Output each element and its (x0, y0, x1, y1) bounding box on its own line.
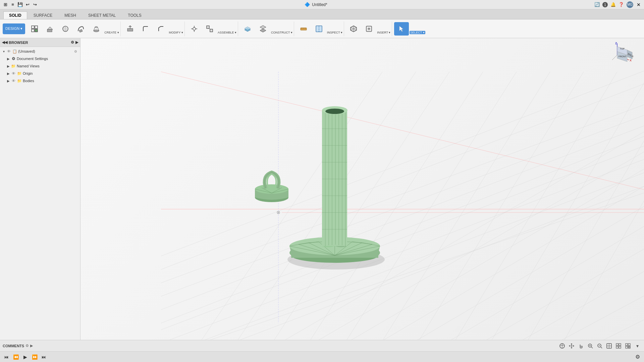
comments-label: COMMENTS (3, 344, 24, 348)
tree-label-origin: Origin (23, 71, 79, 75)
tree-label-doc-settings: Document Settings (17, 57, 79, 61)
tree-item-bodies[interactable]: ▶ 👁 📁 Bodies (0, 77, 80, 84)
chamfer-icon (157, 25, 165, 33)
tree-icon-eye-bodies[interactable]: 👁 (11, 78, 16, 83)
tree-item-doc-settings[interactable]: ▶ ⚙ Document Settings (0, 55, 80, 62)
close-window-icon[interactable]: ✕ (636, 2, 641, 7)
more-options-btn[interactable]: ▾ (633, 342, 641, 350)
tree-toggle-bodies[interactable]: ▶ (6, 78, 11, 83)
save-icon[interactable]: 💾 (17, 2, 23, 7)
tree-icon-eye-origin[interactable]: 👁 (11, 71, 16, 76)
tab-sheet-metal[interactable]: SHEET METAL (83, 11, 121, 19)
go-to-end-btn[interactable]: ⏭ (40, 353, 48, 361)
svg-line-138 (591, 347, 593, 348)
refresh-icon[interactable]: 🔄 (594, 2, 600, 7)
tree-toggle-named-views[interactable]: ▶ (6, 64, 11, 68)
grid-btn[interactable] (614, 342, 623, 350)
browser-settings-icon[interactable]: ⚙ (71, 40, 74, 45)
tab-bar: SOLID SURFACE MESH SHEET METAL TOOLS (0, 9, 644, 19)
construct-label[interactable]: CONSTRUCT ▾ (271, 31, 292, 34)
pan-btn[interactable] (568, 342, 576, 350)
svg-rect-0 (32, 26, 34, 28)
tree-icon-settings-root[interactable]: ⚙ (73, 49, 78, 54)
zoom-fit-btn[interactable] (586, 342, 594, 350)
measure-icon (300, 25, 307, 33)
inspect-label[interactable]: INSPECT ▾ (327, 31, 342, 34)
more-btn[interactable] (624, 342, 632, 350)
tree-toggle-root[interactable]: ▾ (1, 49, 6, 54)
user-avatar[interactable]: MG (627, 1, 633, 8)
previous-btn[interactable]: ⏪ (12, 353, 19, 361)
section-analysis-btn[interactable] (312, 22, 326, 36)
tab-tools[interactable]: TOOLS (122, 11, 147, 19)
comments-settings-icon[interactable]: ⚙ (25, 344, 29, 348)
sweep-btn[interactable] (73, 22, 88, 36)
tab-mesh[interactable]: MESH (59, 11, 82, 19)
svg-line-67 (161, 72, 382, 340)
select-label[interactable]: SELECT ▾ (410, 31, 425, 34)
press-pull-btn[interactable] (123, 22, 138, 36)
svg-point-82 (291, 248, 378, 263)
svg-line-93 (289, 243, 309, 246)
zoom-btn[interactable] (596, 342, 604, 350)
chamfer-btn[interactable] (154, 22, 168, 36)
comments-expand-icon[interactable]: ▶ (30, 344, 33, 348)
display-mode-btn[interactable] (605, 342, 613, 350)
tree-icon-eye-root[interactable]: 👁 (6, 49, 11, 54)
svg-line-119 (262, 188, 272, 193)
go-to-start-btn[interactable]: ⏮ (3, 353, 10, 361)
play-btn[interactable]: ▶ (21, 353, 29, 361)
svg-line-94 (309, 241, 335, 243)
offset-plane-btn[interactable] (240, 22, 255, 36)
design-dropdown-button[interactable]: DESIGN ▾ (3, 23, 25, 34)
viewcube[interactable]: Z X TOP FRONT BACK (610, 42, 637, 68)
tree-item-named-views[interactable]: ▶ 📁 Named Views (0, 62, 80, 70)
timeline-settings-btn[interactable]: ⚙ (634, 353, 641, 361)
orbit-btn[interactable] (558, 342, 566, 350)
as-built-joint-btn[interactable] (202, 22, 217, 36)
tab-surface[interactable]: SURFACE (28, 11, 58, 19)
tree-item-origin[interactable]: ▶ 👁 📁 Origin (0, 70, 80, 77)
tab-solid[interactable]: SOLID (3, 11, 27, 19)
loft-btn[interactable] (89, 22, 104, 36)
midplane-icon (259, 25, 267, 33)
press-pull-icon (126, 25, 134, 33)
insert-label[interactable]: INSERT ▾ (377, 31, 390, 34)
redo-icon[interactable]: ↪ (32, 2, 38, 7)
next-btn[interactable]: ⏩ (31, 353, 38, 361)
browser-collapse-icon[interactable]: ◀◀ (2, 40, 7, 45)
modify-label[interactable]: MODIFY ▾ (169, 31, 183, 34)
notification-count[interactable]: 1 (602, 2, 608, 7)
assemble-label[interactable]: ASSEMBLE ▾ (218, 31, 236, 34)
undo-icon[interactable]: ↩ (25, 2, 30, 7)
viewport[interactable]: Z X TOP FRONT BACK (80, 38, 644, 340)
bell-icon[interactable]: 🔔 (610, 2, 616, 7)
create-label[interactable]: CREATE ▾ (104, 31, 119, 34)
help-icon[interactable]: ❓ (619, 2, 624, 7)
app-grid-icon[interactable]: ⊞ (3, 2, 8, 7)
revolve-btn[interactable] (58, 22, 73, 36)
svg-line-62 (517, 310, 644, 340)
insert-mesh-btn[interactable] (346, 22, 361, 36)
file-menu-icon[interactable]: ≡ (10, 2, 15, 7)
new-component-btn[interactable] (27, 22, 42, 36)
tree-toggle-doc-settings[interactable]: ▶ (6, 56, 11, 61)
joint-btn[interactable] (187, 22, 202, 36)
svg-point-81 (289, 243, 380, 262)
svg-line-86 (309, 243, 335, 255)
svg-marker-5 (47, 27, 53, 29)
browser-expand-icon[interactable]: ▶ (75, 40, 78, 45)
hand-pan-btn[interactable] (577, 342, 585, 350)
insert-svg-btn[interactable] (362, 22, 376, 36)
fillet-btn[interactable] (138, 22, 153, 36)
extrude-btn[interactable] (43, 22, 57, 36)
tree-item-root[interactable]: ▾ 👁 📋 (Unsaved) ⚙ (0, 48, 80, 55)
svg-line-68 (198, 72, 416, 340)
measure-btn[interactable] (296, 22, 311, 36)
tree-label-root: (Unsaved) (18, 49, 73, 53)
select-btn[interactable] (394, 22, 409, 36)
insert-svg-icon (365, 25, 373, 33)
tree-toggle-origin[interactable]: ▶ (6, 71, 11, 76)
svg-line-74 (419, 72, 617, 340)
midplane-btn[interactable] (256, 22, 270, 36)
